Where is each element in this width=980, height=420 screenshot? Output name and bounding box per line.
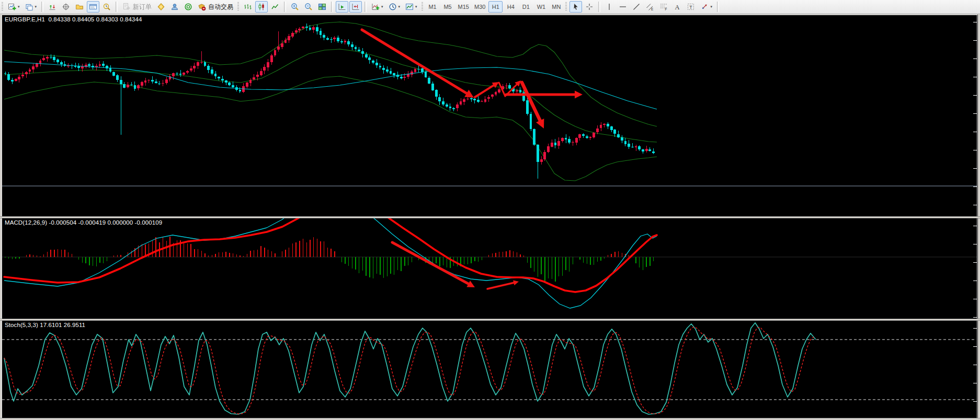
timeframe-w1-label: W1: [537, 4, 546, 10]
autotrading-icon: [198, 3, 206, 11]
toolbar-button-candlestick-chart[interactable]: [255, 1, 268, 13]
trendline-icon: [632, 3, 641, 11]
terminal-icon: [89, 3, 97, 11]
timeframe-h1-button[interactable]: H1: [488, 1, 503, 13]
dropdown-caret-icon[interactable]: ▾: [381, 5, 383, 9]
toolbar-button-text[interactable]: A: [671, 1, 683, 13]
mt4-window: { "toolbar": { "icon_letters": {"channel…: [0, 0, 980, 420]
text-label-icon: T: [687, 3, 695, 11]
timeframe-h4-label: H4: [507, 4, 515, 10]
toolbar-button-metaeditor[interactable]: [155, 1, 167, 13]
toolbar-button-zoom-in[interactable]: [289, 1, 301, 13]
indicators-icon: [371, 3, 380, 11]
new-order-label: 新订单: [133, 3, 152, 11]
chart-shift-icon: [351, 3, 360, 11]
timeframe-m15-button[interactable]: M15: [456, 1, 471, 13]
toolbar-button-zoom-out[interactable]: [302, 1, 315, 13]
toolbar-button-text-label[interactable]: T: [685, 1, 697, 13]
dropdown-caret-icon[interactable]: ▾: [398, 5, 401, 9]
toolbar-button-horizontal-line[interactable]: [617, 1, 629, 13]
timeframe-m5-label: M5: [443, 4, 451, 10]
candlestick-icon: [257, 3, 266, 11]
toolbar-button-bar-chart[interactable]: [242, 1, 254, 13]
toolbar-button-autotrading[interactable]: 自动交易: [196, 1, 235, 13]
toolbar-button-metaquotes-editor[interactable]: [168, 1, 181, 13]
toolbar-button-crosshair[interactable]: [583, 1, 596, 13]
svg-text:E: E: [651, 7, 654, 11]
timeframe-m1-button[interactable]: M1: [426, 1, 440, 13]
tile-windows-icon: [318, 3, 326, 11]
toolbar-button-vertical-line[interactable]: [603, 1, 616, 13]
timeframe-w1-button[interactable]: W1: [534, 1, 548, 13]
toolbar-button-new-order[interactable]: 新订单: [120, 1, 154, 13]
pane-left-edge: [0, 15, 2, 216]
pane-right-edge: [978, 321, 980, 418]
toolbar-button-line-chart[interactable]: [269, 1, 281, 13]
timeframe-m30-label: M30: [474, 4, 485, 10]
toolbar-button-cursor[interactable]: [569, 1, 582, 13]
toolbar-grip[interactable]: [2, 2, 3, 11]
timeframe-m15-label: M15: [458, 4, 469, 10]
toolbar-separator: [364, 2, 367, 12]
toolbar-button-periods[interactable]: ▾: [386, 1, 403, 13]
toolbar-button-tile-windows[interactable]: [316, 1, 328, 13]
toolbar-button-strategy-tester[interactable]: [100, 1, 113, 13]
zoom-out-icon: [304, 3, 313, 11]
pane-right-edge: [978, 218, 980, 319]
autotrading-label: 自动交易: [208, 3, 233, 11]
toolbar-button-data-window[interactable]: [60, 1, 72, 13]
dropdown-caret-icon[interactable]: ▾: [18, 5, 20, 9]
line-chart-icon: [271, 3, 279, 11]
data-window-icon: [62, 3, 70, 11]
new-order-icon: [122, 3, 131, 11]
toolbar-button-trendline[interactable]: [630, 1, 643, 13]
macd-indicator-pane[interactable]: [0, 218, 980, 319]
hline-icon: [619, 3, 627, 11]
toolbar-button-navigator[interactable]: [73, 1, 86, 13]
toolbar-button-chart-shift[interactable]: [349, 1, 362, 13]
stochastic-indicator-pane[interactable]: [0, 321, 980, 418]
timeframe-mn-label: MN: [552, 4, 561, 10]
toolbar-button-profiles[interactable]: ▾: [23, 1, 39, 13]
svg-text:A: A: [675, 4, 680, 11]
toolbar-grip[interactable]: [565, 2, 567, 11]
crosshair-icon: [585, 3, 594, 11]
profiles-icon: [25, 3, 33, 11]
stoch-label: Stoch(5,3,3) 17.6101 26.9511: [5, 322, 85, 328]
timeframe-d1-button[interactable]: D1: [519, 1, 533, 13]
pane-splitter-macd[interactable]: [0, 216, 980, 218]
pane-left-edge: [0, 218, 2, 319]
svg-text:F: F: [665, 7, 667, 11]
toolbar-button-terminal[interactable]: [87, 1, 99, 13]
toolbar-button-equidistant-channel[interactable]: E: [644, 1, 656, 13]
market-watch-icon: [48, 3, 56, 11]
dropdown-caret-icon[interactable]: ▾: [710, 5, 712, 9]
toolbar-button-new-chart[interactable]: ▾: [6, 1, 22, 13]
toolbar-button-auto-scroll[interactable]: [336, 1, 348, 13]
zoom-in-icon: [291, 3, 299, 11]
chart-title: EURGBP.E,H1 0.84338 0.84405 0.84303 0.84…: [5, 16, 142, 22]
timeframe-h1-label: H1: [492, 4, 499, 10]
pane-splitter-stoch[interactable]: [0, 319, 980, 321]
timeframe-m5-button[interactable]: M5: [441, 1, 455, 13]
toolbar-separator: [284, 2, 286, 12]
timeframe-m30-button[interactable]: M30: [472, 1, 487, 13]
toolbar-button-indicators[interactable]: ▾: [369, 1, 385, 13]
timeframe-mn-button[interactable]: MN: [549, 1, 563, 13]
timeframe-d1-label: D1: [522, 4, 530, 10]
toolbar-button-templates[interactable]: ▾: [403, 1, 419, 13]
timeframe-h4-button[interactable]: H4: [504, 1, 518, 13]
toolbar-button-market-watch[interactable]: [46, 1, 59, 13]
toolbar-button-mql-community[interactable]: [182, 1, 195, 13]
dropdown-caret-icon[interactable]: ▾: [415, 5, 417, 9]
dropdown-caret-icon[interactable]: ▾: [35, 5, 37, 9]
toolbar-grip[interactable]: [237, 2, 239, 11]
toolbar-button-arrows-tool[interactable]: ▾: [698, 1, 714, 13]
toolbar-grip[interactable]: [421, 2, 423, 11]
vline-icon: [605, 3, 613, 11]
timeframe-m1-label: M1: [428, 4, 436, 10]
pane-background: [0, 218, 980, 319]
macd-label: MACD(12,26,9) -0.000504 -0.000419 0.0000…: [5, 219, 162, 226]
toolbar-button-fibonacci[interactable]: F: [657, 1, 670, 13]
price-chart-pane[interactable]: [0, 15, 980, 216]
